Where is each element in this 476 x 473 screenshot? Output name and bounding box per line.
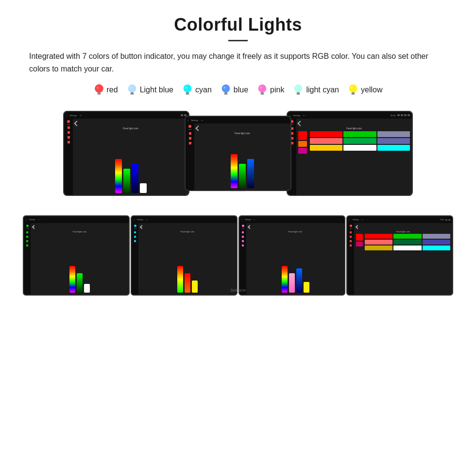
b4-panel-label: Panel light color <box>356 230 450 233</box>
screen2-panel-label: Panel light color <box>196 132 289 135</box>
svg-rect-6 <box>131 92 134 94</box>
svg-point-12 <box>185 87 187 89</box>
color-item-lightcyan: light cyan <box>293 84 339 96</box>
color-item-pink: pink <box>257 84 284 96</box>
svg-point-9 <box>184 85 192 93</box>
screen-device-b4: ⌂ Settings ✦ ↑ 20:24 <box>346 215 453 296</box>
top-screens-section: ⌂ Settings ✦ ↑ <box>19 111 457 196</box>
svg-rect-23 <box>297 94 300 95</box>
page-title: Colorful Lights <box>19 15 457 35</box>
svg-point-21 <box>294 85 303 93</box>
yellow-bulb-icon <box>348 84 358 96</box>
screen-device-3: ⌂ Settings ✦ ↑ 20:24 <box>287 111 413 196</box>
b2-panel-label: Panel light color <box>140 230 235 233</box>
color-label-pink: pink <box>270 86 284 94</box>
svg-rect-22 <box>297 92 300 94</box>
screen-device-2: ⌂ Settings ✦ ↑ <box>185 116 291 191</box>
color-item-yellow: yellow <box>348 84 382 96</box>
top-screens-row: ⌂ Settings ✦ ↑ <box>19 111 457 196</box>
screen-device-b3: ⌂ Settings ✦ ↑ <box>238 215 345 296</box>
screen1-panel-label: Panel light color <box>75 127 187 130</box>
color-item-lightblue: Light blue <box>127 84 173 96</box>
screen-device-b1: ⌂ Settings ✦ ↑ <box>23 215 130 296</box>
svg-point-5 <box>128 85 136 93</box>
bottom-screens-row: ⌂ Settings ✦ ↑ <box>19 215 457 296</box>
screen3-panel-label: Panel light color <box>298 127 410 130</box>
svg-point-24 <box>296 87 298 89</box>
svg-rect-7 <box>130 94 134 95</box>
svg-point-20 <box>260 87 262 89</box>
red-bulb-icon <box>94 84 104 96</box>
color-label-lightblue: Light blue <box>140 86 173 94</box>
svg-rect-2 <box>98 92 101 94</box>
svg-point-28 <box>351 87 353 89</box>
screen-device-1: ⌂ Settings ✦ ↑ <box>63 111 189 196</box>
svg-point-17 <box>258 85 267 93</box>
pink-bulb-icon <box>257 84 268 96</box>
svg-rect-3 <box>97 94 101 95</box>
color-indicators-row: red Light blue cyan <box>19 84 457 96</box>
svg-point-8 <box>130 87 132 89</box>
svg-rect-14 <box>224 92 227 94</box>
svg-point-16 <box>223 87 225 89</box>
color-label-yellow: yellow <box>361 86 382 94</box>
cyan-bulb-icon <box>182 84 193 96</box>
color-item-blue: blue <box>221 84 248 96</box>
svg-point-4 <box>97 87 99 89</box>
title-divider <box>228 40 248 41</box>
svg-point-25 <box>349 85 357 93</box>
lightcyan-bulb-icon <box>293 84 304 96</box>
svg-rect-26 <box>352 92 355 94</box>
svg-point-13 <box>221 85 230 93</box>
blue-bulb-icon <box>221 84 231 96</box>
header-description: Integrated with 7 colors of button indic… <box>29 50 447 75</box>
color-label-blue: blue <box>234 86 248 94</box>
color-item-red: red <box>94 84 118 96</box>
color-item-cyan: cyan <box>182 84 212 96</box>
svg-rect-18 <box>261 92 264 94</box>
screen-device-b2: ⌂ Settings ✦ ↑ <box>131 215 238 296</box>
lightblue-bulb-icon <box>127 84 137 96</box>
page-container: Colorful Lights Integrated with 7 colors… <box>0 0 476 315</box>
svg-rect-27 <box>351 94 355 95</box>
svg-rect-15 <box>224 94 227 95</box>
color-label-lightcyan: light cyan <box>306 86 339 94</box>
color-label-red: red <box>107 86 118 94</box>
svg-rect-19 <box>260 94 264 95</box>
b3-panel-label: Panel light color <box>248 230 342 233</box>
svg-rect-10 <box>186 92 189 94</box>
color-label-cyan: cyan <box>195 86 212 94</box>
b1-panel-label: Panel light color <box>33 230 127 233</box>
bottom-screens-section: ⌂ Settings ✦ ↑ <box>19 215 457 296</box>
svg-rect-11 <box>186 94 189 95</box>
